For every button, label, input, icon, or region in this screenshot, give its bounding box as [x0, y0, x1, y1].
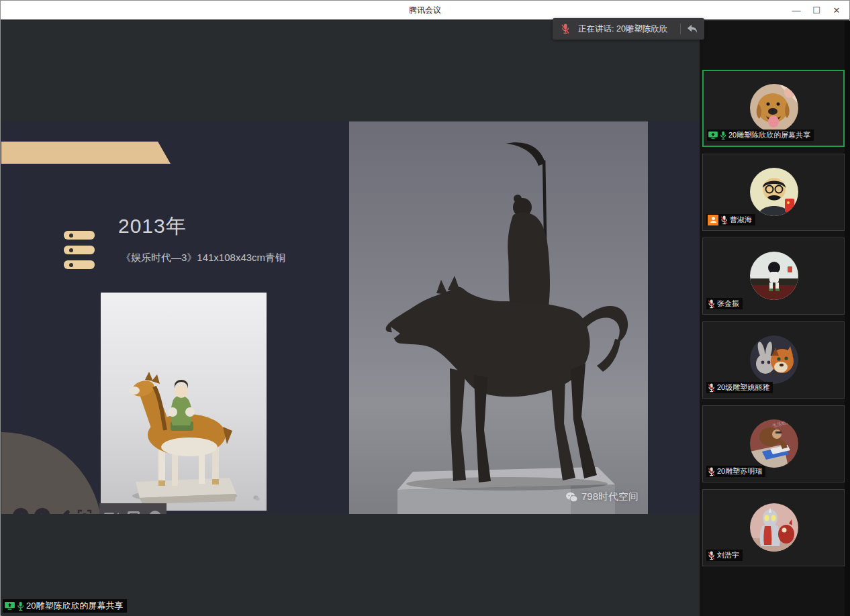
laser-pointer-icon	[77, 508, 93, 514]
presentation-slide: 2013年 《娱乐时代—3》141x108x43cm青铜	[1, 121, 700, 514]
speaking-notification-text: 正在讲话: 20雕塑陈欣欣	[578, 23, 667, 35]
mic-muted-icon	[708, 299, 715, 309]
slide-caption: 《娱乐时代—3》141x108x43cm青铜	[121, 252, 285, 264]
mic-on-icon	[17, 601, 24, 611]
slide-decor-circle	[1, 432, 102, 514]
mic-muted-icon	[708, 551, 715, 560]
more-options-icon	[148, 510, 162, 515]
speaking-notification: 正在讲话: 20雕塑陈欣欣	[553, 18, 704, 40]
sidebar-scrollbar[interactable]	[845, 21, 850, 616]
participant-name: 20雕塑苏明瑞	[717, 466, 762, 476]
screen-share-banner-label: 20雕塑陈欣欣的屏幕共享	[26, 600, 123, 612]
ceramic-horse-illustration	[101, 293, 267, 511]
avatar-ultraman	[750, 503, 798, 552]
participant-name-label: 张金振	[706, 298, 743, 309]
shared-screen-view: 2013年 《娱乐时代—3》141x108x43cm青铜	[1, 21, 700, 616]
participant-tile[interactable]: 刘浩宇	[702, 489, 845, 566]
window-controls: — ☐ ✕	[786, 1, 847, 20]
participant-tile-sharer[interactable]: 20雕塑陈欣欣的屏幕共享	[702, 70, 845, 147]
bronze-horse-photo: 798时代空间	[349, 121, 648, 514]
mic-muted-icon	[720, 215, 728, 225]
participant-name: 20雕塑陈欣欣的屏幕共享	[728, 130, 810, 140]
slide-banner-shape	[1, 142, 171, 164]
notification-divider	[680, 23, 681, 34]
chat-icon	[128, 511, 140, 515]
bronze-horse-illustration	[349, 121, 648, 514]
participant-tile[interactable]: 生活给的惊喜 20雕塑苏明瑞	[702, 405, 845, 482]
title-bar: 腾讯会议 — ☐ ✕	[1, 1, 849, 20]
participant-tile[interactable]: 20级雕塑姚丽雅	[702, 321, 845, 399]
participant-sidebar: 20雕塑陈欣欣的屏幕共享	[700, 21, 850, 616]
avatar-figurine	[750, 252, 798, 300]
screen-share-banner: 20雕塑陈欣欣的屏幕共享	[3, 599, 127, 613]
camera-icon	[104, 512, 119, 515]
mic-muted-icon	[708, 467, 715, 476]
reply-arrow-icon[interactable]	[686, 23, 698, 34]
participant-tile-host[interactable]: 曹淑海	[702, 154, 845, 231]
screen-share-icon	[5, 602, 15, 611]
muted-mic-icon	[561, 23, 570, 34]
pen-icon	[56, 508, 71, 514]
mic-muted-icon	[708, 383, 715, 393]
maximize-button[interactable]: ☐	[806, 1, 827, 20]
avatar-dog	[750, 84, 798, 132]
presenter-toolbar	[99, 503, 167, 514]
avatar-man	[750, 168, 798, 216]
minimize-button[interactable]: —	[786, 1, 806, 20]
wechat-watermark-icon	[253, 495, 260, 501]
list-icon	[64, 231, 95, 275]
avatar-person-writing: 生活给的惊喜	[750, 419, 798, 468]
participant-name-label: 20级雕塑姚丽雅	[706, 382, 773, 393]
artwork-watermark: 798时代空间	[565, 491, 639, 503]
participant-name: 刘浩宇	[717, 550, 739, 560]
close-button[interactable]: ✕	[827, 1, 847, 20]
participant-name-label: 刘浩宇	[706, 550, 743, 561]
participant-name: 张金振	[717, 299, 739, 309]
wechat-icon	[565, 492, 578, 503]
participant-name: 曹淑海	[730, 215, 752, 225]
participant-name-label: 20雕塑苏明瑞	[706, 466, 765, 477]
participant-name: 20级雕塑姚丽雅	[717, 382, 769, 393]
participant-name-label: 20雕塑陈欣欣的屏幕共享	[707, 130, 814, 141]
slide-year: 2013年	[118, 213, 187, 240]
host-badge-icon	[708, 215, 718, 225]
participant-tile[interactable]: 张金振	[702, 238, 845, 315]
ceramic-horse-photo	[101, 293, 267, 511]
avatar-cartoon	[750, 336, 798, 384]
mic-on-icon	[720, 131, 726, 140]
window-title: 腾讯会议	[409, 5, 441, 16]
screen-share-icon	[708, 132, 718, 140]
meeting-window: 腾讯会议 — ☐ ✕ 2013年 《娱乐时代—3》141x108x43cm青铜	[0, 0, 850, 616]
participant-name-label: 曹淑海	[706, 214, 755, 225]
artwork-watermark-text: 798时代空间	[581, 491, 639, 503]
